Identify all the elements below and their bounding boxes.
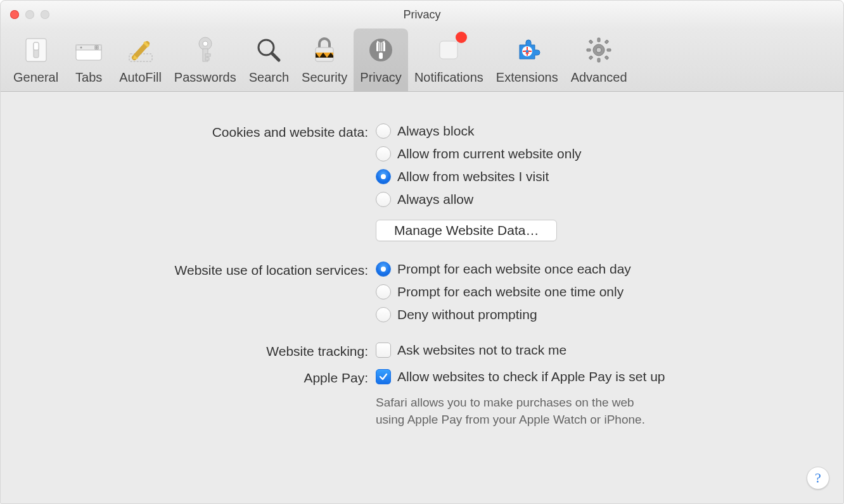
svg-point-27 [526,50,528,53]
tab-label: Notifications [414,70,483,85]
extensions-icon [509,32,545,68]
svg-point-5 [80,47,82,49]
preferences-window: Privacy General [0,0,844,504]
svg-point-29 [596,47,601,53]
applepay-section: Apple Pay: Allow websites to check if Ap… [13,369,831,428]
tabs-icon [71,32,106,68]
location-prompt-daily[interactable]: Prompt for each website once each day [376,261,831,277]
passwords-icon [188,32,223,68]
location-deny[interactable]: Deny without prompting [376,307,831,322]
general-icon [18,32,54,68]
tab-advanced[interactable]: Advanced [565,28,634,91]
svg-rect-31 [598,58,600,62]
tab-label: Security [302,70,347,85]
checkbox-label: Ask websites not to track me [397,343,566,358]
tab-label: Passwords [174,70,236,85]
radio-icon [376,146,391,161]
tab-passwords[interactable]: Passwords [168,28,243,91]
notifications-icon [431,32,466,68]
tab-search[interactable]: Search [243,28,295,91]
radio-label: Prompt for each website once each day [397,261,631,277]
tracking-dnt-checkbox[interactable]: Ask websites not to track me [376,343,831,358]
autofill-icon [123,32,158,68]
svg-rect-35 [604,56,608,60]
security-icon [307,32,342,68]
svg-rect-13 [205,54,210,56]
applepay-subtext: Safari allows you to make purchases on t… [376,394,731,428]
tab-privacy[interactable]: Privacy [354,28,408,91]
svg-point-11 [203,41,208,46]
applepay-label: Apple Pay: [13,369,376,386]
tab-label: Advanced [571,70,627,85]
svg-rect-36 [604,40,608,44]
svg-rect-24 [379,53,383,59]
radio-icon [376,307,391,322]
search-icon [251,32,286,68]
content-pane: Cookies and website data: Always block A… [1,92,843,503]
checkbox-icon [376,343,391,358]
tab-label: Tabs [75,70,102,85]
help-icon: ? [815,470,821,486]
window-title: Privacy [1,8,843,22]
notification-badge [454,30,468,44]
checkbox-label: Allow websites to check if Apple Pay is … [397,369,665,384]
svg-rect-14 [205,58,209,60]
svg-rect-25 [440,41,457,59]
help-button[interactable]: ? [807,467,829,489]
tracking-section: Website tracking: Ask websites not to tr… [13,343,831,359]
tab-label: Search [249,70,289,85]
tab-autofill[interactable]: AutoFill [113,28,168,91]
svg-line-16 [272,53,279,60]
svg-rect-2 [34,42,39,50]
privacy-icon [363,32,399,68]
svg-rect-33 [607,49,611,51]
svg-rect-34 [589,40,592,44]
cookies-label: Cookies and website data: [13,123,376,140]
radio-label: Always block [397,123,474,139]
radio-icon [376,169,391,184]
radio-label: Prompt for each website one time only [397,284,623,299]
cookies-allow-visited[interactable]: Allow from websites I visit [376,169,831,184]
advanced-icon [581,32,617,68]
location-section: Website use of location services: Prompt… [13,261,831,322]
cookies-section: Cookies and website data: Always block A… [13,123,831,241]
svg-rect-37 [589,56,592,60]
svg-rect-30 [598,38,600,42]
tracking-label: Website tracking: [13,343,376,359]
cookies-always-block[interactable]: Always block [376,123,831,139]
tab-label: General [13,70,58,85]
radio-label: Deny without prompting [397,307,537,322]
tab-label: Privacy [360,70,402,85]
radio-icon [376,192,391,207]
radio-label: Always allow [397,192,473,207]
tab-label: Extensions [496,70,558,85]
location-label: Website use of location services: [13,261,376,278]
tab-security[interactable]: Security [295,28,354,91]
radio-icon [376,284,391,299]
tab-general[interactable]: General [7,28,65,91]
cookies-always-allow[interactable]: Always allow [376,192,831,207]
toolbar: General Tabs [1,28,843,92]
tab-tabs[interactable]: Tabs [65,28,113,91]
location-prompt-once[interactable]: Prompt for each website one time only [376,284,831,299]
tab-label: AutoFill [119,70,162,85]
radio-label: Allow from websites I visit [397,169,549,184]
radio-label: Allow from current website only [397,146,582,161]
applepay-checkbox[interactable]: Allow websites to check if Apple Pay is … [376,369,831,384]
tab-extensions[interactable]: Extensions [490,28,565,91]
tab-notifications[interactable]: Notifications [408,28,490,91]
checkbox-icon [376,369,391,384]
svg-rect-32 [587,49,591,51]
radio-icon [376,123,391,139]
manage-website-data-button[interactable]: Manage Website Data… [376,220,557,241]
radio-icon [376,261,391,277]
cookies-allow-current[interactable]: Allow from current website only [376,146,831,161]
titlebar: Privacy [1,1,843,28]
